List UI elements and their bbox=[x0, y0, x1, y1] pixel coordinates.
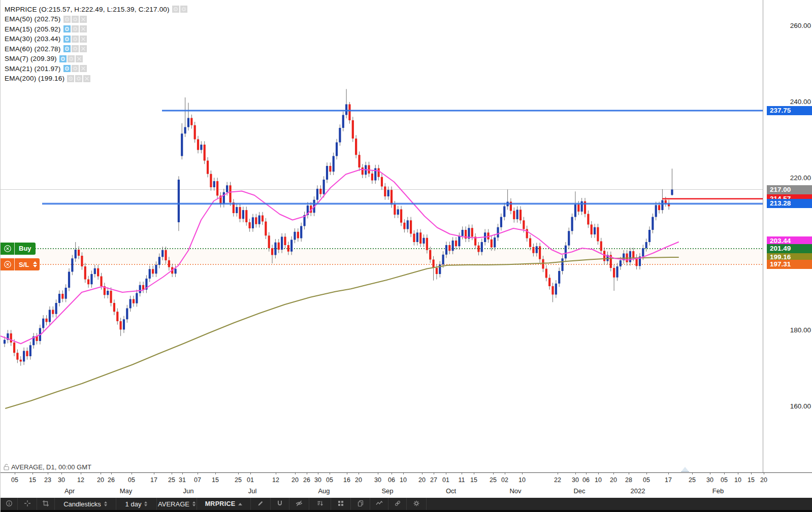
bear-candle bbox=[268, 235, 270, 248]
remove-indicator-icon[interactable] bbox=[83, 75, 90, 82]
chart-plot-area[interactable] bbox=[1, 0, 763, 472]
settings-gear-icon[interactable] bbox=[72, 45, 79, 52]
candlestick-chart[interactable] bbox=[1, 0, 763, 472]
remove-stop-loss-icon[interactable] bbox=[1, 258, 15, 270]
symbol-caret-icon[interactable] bbox=[238, 503, 242, 505]
indicator-label: EMA(60) (202.78) bbox=[5, 45, 61, 53]
settings-gear-icon[interactable] bbox=[72, 65, 79, 72]
settings-gear-icon[interactable] bbox=[68, 55, 75, 62]
bull-candle bbox=[316, 189, 318, 200]
bear-candle bbox=[168, 260, 170, 267]
toolbar-spacer bbox=[427, 498, 812, 510]
bear-candle bbox=[113, 303, 115, 312]
bear-candle bbox=[120, 321, 122, 330]
settings-gear-icon[interactable] bbox=[72, 25, 79, 32]
crop-button[interactable] bbox=[37, 498, 55, 510]
latest-bar-marker[interactable] bbox=[681, 467, 689, 472]
bear-candle bbox=[255, 217, 257, 224]
info-button[interactable] bbox=[1, 498, 18, 510]
date-tick-label: 15 bbox=[206, 476, 224, 484]
buy-position-button[interactable]: Buy bbox=[1, 243, 36, 255]
visibility-eye-icon[interactable] bbox=[63, 36, 71, 43]
bull-candle bbox=[187, 118, 189, 127]
crosshair-button[interactable] bbox=[18, 498, 37, 510]
visibility-eye-icon[interactable] bbox=[63, 16, 71, 23]
date-tick-mark bbox=[378, 473, 378, 474]
month-label: Jun bbox=[176, 487, 201, 495]
settings-gear-icon[interactable] bbox=[72, 16, 79, 23]
visibility-eye-icon[interactable] bbox=[67, 75, 74, 82]
select-stepper-icon[interactable] bbox=[144, 501, 147, 506]
visibility-eye-icon[interactable] bbox=[63, 65, 71, 72]
close-buy-position-icon[interactable] bbox=[1, 243, 15, 255]
chart-windows-button[interactable] bbox=[351, 498, 370, 510]
bear-candle bbox=[348, 105, 350, 121]
visibility-eye-icon[interactable] bbox=[63, 25, 71, 32]
objects-list-icon bbox=[316, 500, 323, 508]
indicator-row: EMA(50) (202.75) bbox=[5, 15, 87, 24]
bear-candle bbox=[319, 189, 321, 194]
magnet-button[interactable] bbox=[271, 498, 289, 510]
stop-loss-button-label[interactable]: S/L bbox=[15, 258, 33, 270]
bear-candle bbox=[539, 246, 541, 259]
line-chart-mode-button[interactable] bbox=[370, 498, 388, 510]
bear-candle bbox=[190, 118, 192, 125]
timeframe-select[interactable]: 1 day bbox=[116, 498, 157, 510]
month-label: Jul bbox=[240, 487, 265, 495]
date-tick-label: 20 bbox=[349, 476, 368, 484]
grid-view-button[interactable] bbox=[331, 498, 351, 510]
select-stepper-icon[interactable] bbox=[104, 501, 107, 506]
date-tick-mark bbox=[318, 473, 318, 474]
chart-type-select[interactable]: Candlesticks bbox=[55, 498, 116, 510]
visibility-eye-icon[interactable] bbox=[63, 45, 71, 52]
link-charts-button[interactable] bbox=[388, 498, 407, 510]
bull-candle bbox=[174, 269, 176, 274]
date-tick-mark bbox=[392, 473, 392, 474]
price-mode-select[interactable]: AVERAGE bbox=[157, 498, 197, 510]
bear-candle bbox=[152, 269, 154, 274]
remove-indicator-icon[interactable] bbox=[80, 36, 87, 43]
remove-indicator-icon[interactable] bbox=[80, 25, 87, 32]
hide-objects-button[interactable] bbox=[289, 498, 309, 510]
select-stepper-icon[interactable] bbox=[192, 501, 196, 506]
bull-candle bbox=[161, 250, 164, 257]
bear-candle bbox=[658, 205, 660, 210]
bear-candle bbox=[391, 190, 393, 204]
date-tick-mark bbox=[505, 473, 505, 474]
bull-candle bbox=[445, 245, 447, 255]
remove-indicator-icon[interactable] bbox=[76, 55, 83, 62]
date-axis[interactable]: 0515233012202605172531071525011220263005… bbox=[1, 472, 812, 498]
ema-200-line[interactable] bbox=[6, 257, 678, 408]
price-axis[interactable]: 260.00240.00220.00180.00160.00237.75217.… bbox=[763, 0, 812, 472]
chart-settings-icon bbox=[413, 500, 420, 508]
bear-candle bbox=[613, 268, 615, 278]
bull-candle bbox=[620, 260, 622, 266]
indicator-row: EMA(15) (205.92) bbox=[5, 24, 87, 33]
date-tick-mark bbox=[462, 473, 462, 474]
buy-button-label[interactable]: Buy bbox=[15, 243, 36, 255]
stop-loss-stepper[interactable] bbox=[33, 258, 40, 270]
bull-candle bbox=[258, 216, 261, 224]
chart-settings-button[interactable] bbox=[407, 498, 427, 510]
bull-candle bbox=[500, 217, 502, 227]
visibility-eye-icon[interactable] bbox=[59, 55, 67, 62]
bear-candle bbox=[265, 222, 267, 236]
bull-candle bbox=[397, 210, 399, 215]
date-tick-label: 17 bbox=[659, 476, 677, 484]
date-tick-mark bbox=[15, 473, 15, 474]
symbol-label[interactable]: MRPRICE bbox=[197, 498, 251, 510]
stop-loss-button[interactable]: S/L bbox=[1, 258, 40, 270]
visibility-eye-icon[interactable] bbox=[172, 6, 179, 13]
chart-windows-icon bbox=[357, 500, 364, 508]
bull-candle bbox=[339, 128, 341, 143]
objects-list-button[interactable] bbox=[309, 498, 331, 510]
bear-candle bbox=[229, 185, 231, 202]
draw-button[interactable] bbox=[251, 498, 271, 510]
settings-gear-icon[interactable] bbox=[75, 75, 82, 82]
settings-gear-icon[interactable] bbox=[180, 6, 187, 13]
remove-indicator-icon[interactable] bbox=[80, 45, 87, 52]
settings-gear-icon[interactable] bbox=[72, 36, 79, 43]
remove-indicator-icon[interactable] bbox=[80, 16, 87, 23]
date-tick-mark bbox=[493, 473, 494, 474]
remove-indicator-icon[interactable] bbox=[80, 65, 87, 72]
